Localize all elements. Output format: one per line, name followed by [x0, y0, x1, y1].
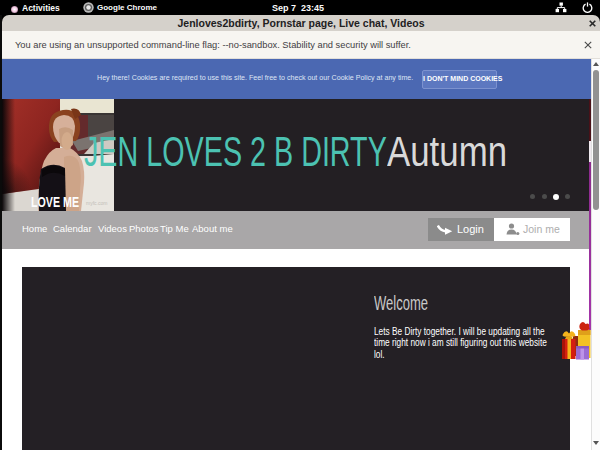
svg-text:LOVE ME: LOVE ME	[31, 194, 79, 210]
svg-text:myfc.com: myfc.com	[86, 200, 107, 206]
